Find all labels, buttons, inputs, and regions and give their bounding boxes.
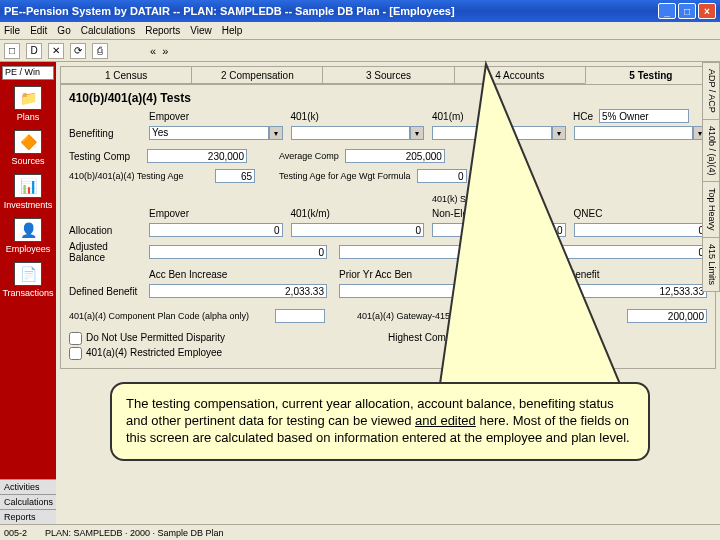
status-left: 005-2	[4, 528, 27, 538]
allocation-empover[interactable]	[149, 223, 283, 237]
menu-calculations[interactable]: Calculations	[81, 25, 135, 36]
allocation-qnec[interactable]	[574, 223, 708, 237]
tab-compensation[interactable]: 2 Compensation	[191, 66, 323, 84]
chevron-down-icon: ▾	[552, 126, 566, 140]
right-tabs: ADP / ACP 410b / (a)(4) Top Heavy 415 Li…	[702, 62, 720, 291]
defined-benefit-label: Defined Benefit	[69, 286, 141, 297]
allocation-label: Allocation	[69, 225, 141, 236]
minimize-button[interactable]: _	[658, 3, 676, 19]
sh-hdr-401km: 401(k/m)	[291, 208, 425, 219]
testing-comp-label: Testing Comp	[69, 151, 141, 162]
toolbar-delete-icon[interactable]: ✕	[48, 43, 64, 59]
sidebar-label-sources: Sources	[11, 156, 44, 166]
sidebar-label-employees: Employees	[6, 244, 51, 254]
benefiting-401k[interactable]: ▾	[291, 126, 425, 140]
toolbar-open-icon[interactable]: D	[26, 43, 42, 59]
hdr-401k: 401(k)	[291, 111, 425, 122]
menu-reports[interactable]: Reports	[145, 25, 180, 36]
hdr-empover: Empover	[149, 111, 283, 122]
hdr-prior-accben: Prior Yr Acc Ben	[339, 269, 517, 280]
toolbar-refresh-icon[interactable]: ⟳	[70, 43, 86, 59]
rtab-415[interactable]: 415 Limits	[702, 237, 720, 292]
nav-prev-button[interactable]: «	[150, 45, 156, 57]
close-button[interactable]: ×	[698, 3, 716, 19]
testing-age-field[interactable]	[215, 169, 255, 183]
sh-hdr-qnec: QNEC	[574, 208, 708, 219]
menu-file[interactable]: File	[4, 25, 20, 36]
sidebar-item-sources[interactable]: 🔶 Sources	[0, 130, 56, 166]
plans-icon: 📁	[14, 86, 42, 110]
sh-hdr-empover: Empover	[149, 208, 283, 219]
window-title: PE--Pension System by DATAIR -- PLAN: SA…	[4, 5, 658, 17]
menu-edit[interactable]: Edit	[30, 25, 47, 36]
allocation-nonelective[interactable]	[432, 223, 566, 237]
comp-plan-field[interactable]	[275, 309, 325, 323]
check-highest-comp[interactable]: Highest Compensation from Curr or Prior …	[388, 332, 707, 343]
defined-benefit-v3[interactable]	[529, 284, 707, 298]
sidebar-bottom-calculations[interactable]: Calculations	[0, 494, 56, 509]
callout-text-underline: and edited	[415, 413, 476, 428]
menu-view[interactable]: View	[190, 25, 212, 36]
testing-age-formula-label: Testing Age for Age Wgt Formula	[279, 171, 411, 181]
testing-age-formula-field[interactable]	[417, 169, 467, 183]
chevron-down-icon: ▾	[269, 126, 283, 140]
sidebar-label-investments: Investments	[4, 200, 53, 210]
sidebar-label-plans: Plans	[17, 112, 40, 122]
sh-hdr-nonelective: Non-Elective	[432, 208, 566, 219]
testing-comp-field[interactable]	[147, 149, 247, 163]
adjusted-v1[interactable]	[149, 245, 327, 259]
rtab-topheavy[interactable]: Top Heavy	[702, 181, 720, 238]
maximize-button[interactable]: □	[678, 3, 696, 19]
toolbar-new-icon[interactable]: □	[4, 43, 20, 59]
nav-next-button[interactable]: »	[162, 45, 168, 57]
sidebar-label-transactions: Transactions	[2, 288, 53, 298]
comp-plan-label: 401(a)(4) Component Plan Code (alpha onl…	[69, 311, 269, 321]
tab-accounts[interactable]: 4 Accounts	[454, 66, 586, 84]
benefiting-empover[interactable]: Yes▾	[149, 126, 283, 140]
status-bar: 005-2 PLAN: SAMPLEDB · 2000 · Sample DB …	[0, 524, 720, 540]
rtab-410b[interactable]: 410b / (a)(4)	[702, 119, 720, 183]
gateway-field[interactable]	[627, 309, 707, 323]
window-titlebar: PE--Pension System by DATAIR -- PLAN: SA…	[0, 0, 720, 22]
gateway-label: 401(a)(4) Gateway-415(c)(3) Compens	[357, 311, 513, 321]
sources-icon: 🔶	[14, 130, 42, 154]
sidebar-bottom-activities[interactable]: Activities	[0, 479, 56, 494]
employees-icon: 👤	[14, 218, 42, 242]
hdr-accrued-benefit: Accrued Benefit	[529, 269, 707, 280]
toolbar: □ D ✕ ⟳ ⎙ « »	[0, 40, 720, 62]
sidebar-item-transactions[interactable]: 📄 Transactions	[0, 262, 56, 298]
benefiting-extra[interactable]: ▾	[574, 126, 708, 140]
avg-comp-field[interactable]	[345, 149, 445, 163]
transactions-icon: 📄	[14, 262, 42, 286]
menu-bar: File Edit Go Calculations Reports View H…	[0, 22, 720, 40]
sidebar: PE / Win 📁 Plans 🔶 Sources 📊 Investments…	[0, 62, 56, 524]
benefiting-401m[interactable]: ▾	[432, 126, 566, 140]
check-disparity[interactable]: Do Not Use Permitted Disparity	[69, 332, 388, 345]
sidebar-item-employees[interactable]: 👤 Employees	[0, 218, 56, 254]
defined-benefit-v1[interactable]	[149, 284, 327, 298]
hce-label: HCe	[573, 111, 593, 122]
testing-age-label: 410(b)/401(a)(4) Testing Age	[69, 171, 209, 181]
defined-benefit-v2[interactable]	[339, 284, 517, 298]
status-right: PLAN: SAMPLEDB · 2000 · Sample DB Plan	[45, 528, 224, 538]
adjusted-v2[interactable]	[339, 245, 517, 259]
callout-bubble: The testing compensation, current year a…	[110, 382, 650, 461]
benefiting-label: Benefiting	[69, 128, 141, 139]
rtab-adp[interactable]: ADP / ACP	[702, 62, 720, 120]
tabs-bar: 1 Census 2 Compensation 3 Sources 4 Acco…	[60, 66, 716, 84]
tab-sources[interactable]: 3 Sources	[322, 66, 454, 84]
adjusted-v3[interactable]	[529, 245, 707, 259]
section-title: 410(b)/401(a)(4) Tests	[69, 91, 707, 105]
hce-field[interactable]	[599, 109, 689, 123]
allocation-401km[interactable]	[291, 223, 425, 237]
tab-testing[interactable]: 5 Testing	[585, 66, 717, 84]
toolbar-print-icon[interactable]: ⎙	[92, 43, 108, 59]
menu-help[interactable]: Help	[222, 25, 243, 36]
sidebar-top-field[interactable]: PE / Win	[2, 66, 54, 80]
menu-go[interactable]: Go	[57, 25, 70, 36]
check-restricted[interactable]: 401(a)(4) Restricted Employee	[69, 347, 388, 360]
tab-census[interactable]: 1 Census	[60, 66, 192, 84]
sidebar-item-investments[interactable]: 📊 Investments	[0, 174, 56, 210]
sidebar-item-plans[interactable]: 📁 Plans	[0, 86, 56, 122]
sidebar-bottom-reports[interactable]: Reports	[0, 509, 56, 524]
